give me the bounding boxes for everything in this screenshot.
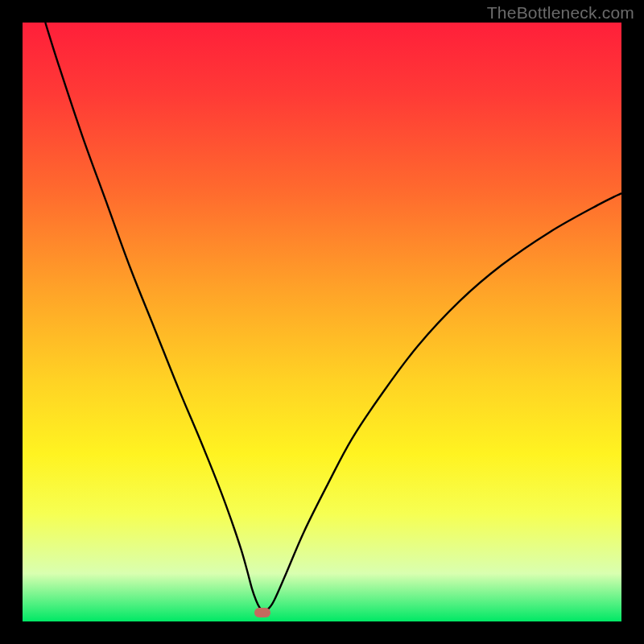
- minimum-marker: [254, 608, 270, 617]
- plot-area: [23, 23, 621, 621]
- curve-layer: [23, 23, 621, 621]
- watermark-text: TheBottleneck.com: [487, 3, 634, 23]
- bottleneck-curve: [45, 23, 621, 611]
